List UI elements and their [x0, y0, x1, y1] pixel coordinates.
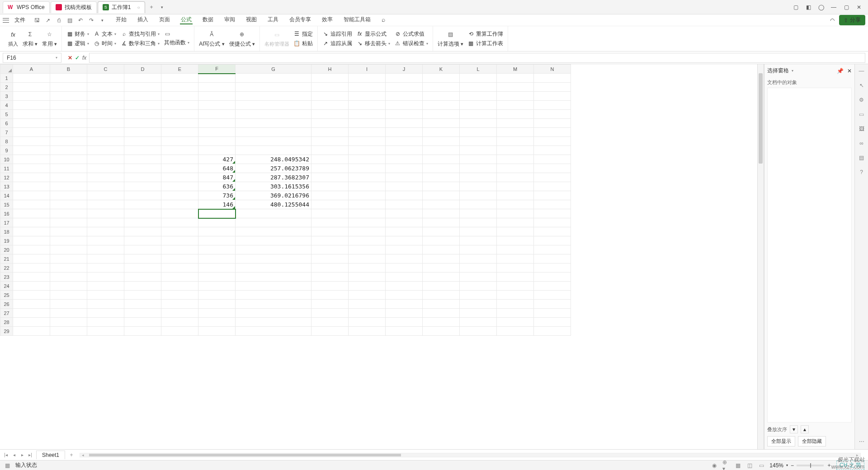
cell[interactable] — [534, 273, 571, 282]
cell[interactable] — [236, 254, 311, 263]
sheet-tab[interactable]: Sheet1 — [36, 451, 65, 459]
cell[interactable] — [124, 128, 161, 137]
cell[interactable] — [311, 155, 349, 164]
cell[interactable] — [50, 245, 87, 254]
cell[interactable] — [87, 227, 124, 236]
cell[interactable] — [311, 182, 349, 191]
cell[interactable] — [423, 218, 460, 227]
cell[interactable] — [423, 318, 460, 327]
cell[interactable] — [460, 209, 497, 218]
cell[interactable] — [386, 291, 423, 300]
cell[interactable] — [236, 291, 311, 300]
chevron-down-icon[interactable]: ▾ — [786, 463, 788, 467]
last-sheet-icon[interactable]: ▸| — [27, 452, 33, 458]
preview-icon[interactable]: ▤ — [66, 17, 73, 24]
cell[interactable] — [497, 200, 534, 209]
cell[interactable] — [349, 227, 386, 236]
row-header[interactable]: 15 — [0, 200, 13, 209]
cell[interactable] — [386, 254, 423, 263]
cell[interactable] — [311, 74, 349, 83]
cell[interactable] — [349, 236, 386, 245]
cell[interactable] — [423, 300, 460, 309]
row-header[interactable]: 3 — [0, 92, 13, 101]
cell[interactable] — [460, 227, 497, 236]
save-icon[interactable]: 🖫 — [33, 17, 41, 24]
cell[interactable] — [534, 209, 571, 218]
cell[interactable] — [50, 309, 87, 318]
cell[interactable] — [497, 245, 534, 254]
cell[interactable] — [236, 263, 311, 273]
cell[interactable] — [124, 137, 161, 146]
cell[interactable] — [460, 191, 497, 200]
cell[interactable] — [50, 137, 87, 146]
cell[interactable] — [236, 218, 311, 227]
cell[interactable] — [13, 300, 50, 309]
cell[interactable] — [198, 327, 236, 336]
cell[interactable] — [386, 309, 423, 318]
cell[interactable] — [497, 83, 534, 92]
cell[interactable] — [13, 245, 50, 254]
cell[interactable] — [311, 273, 349, 282]
cell[interactable] — [311, 209, 349, 218]
cell[interactable] — [161, 74, 198, 83]
cell[interactable] — [161, 318, 198, 327]
cell[interactable] — [50, 200, 87, 209]
cell[interactable] — [198, 83, 236, 92]
cell[interactable] — [161, 327, 198, 336]
cell[interactable] — [497, 254, 534, 263]
cell[interactable] — [124, 200, 161, 209]
cell[interactable] — [124, 300, 161, 309]
cell[interactable] — [161, 200, 198, 209]
cell[interactable] — [50, 101, 87, 110]
cell[interactable]: 847 — [198, 173, 236, 182]
cell[interactable] — [236, 300, 311, 309]
cell[interactable] — [311, 200, 349, 209]
cell[interactable] — [198, 263, 236, 273]
cell[interactable] — [497, 236, 534, 245]
print-icon[interactable]: ⎙ — [55, 17, 62, 24]
cell[interactable] — [423, 92, 460, 101]
cell[interactable] — [534, 263, 571, 273]
cell[interactable] — [236, 128, 311, 137]
select-icon[interactable]: ↖ — [858, 81, 866, 89]
cell[interactable] — [349, 300, 386, 309]
name-manager-button[interactable]: ▭名称管理器 — [264, 30, 289, 47]
cell[interactable] — [87, 119, 124, 128]
cell[interactable] — [534, 327, 571, 336]
tab-smart[interactable]: 智能工具箱 — [343, 16, 372, 24]
row-header[interactable]: 22 — [0, 263, 13, 273]
cell[interactable] — [386, 200, 423, 209]
cell[interactable] — [198, 236, 236, 245]
cell[interactable] — [13, 200, 50, 209]
cell[interactable] — [423, 146, 460, 155]
cell[interactable] — [13, 110, 50, 119]
cell[interactable] — [497, 263, 534, 273]
cell[interactable] — [311, 218, 349, 227]
cell[interactable] — [50, 327, 87, 336]
cell[interactable] — [161, 137, 198, 146]
row-header[interactable]: 17 — [0, 218, 13, 227]
cell[interactable] — [534, 101, 571, 110]
cell[interactable] — [87, 291, 124, 300]
cell[interactable] — [497, 291, 534, 300]
cell[interactable] — [460, 182, 497, 191]
tab-workbook[interactable]: S 工作簿1 ○ — [98, 1, 145, 13]
row-header[interactable]: 24 — [0, 282, 13, 291]
cell[interactable] — [349, 254, 386, 263]
cell[interactable] — [423, 74, 460, 83]
row-header[interactable]: 27 — [0, 309, 13, 318]
tab-review[interactable]: 审阅 — [223, 16, 236, 24]
cell[interactable] — [236, 92, 311, 101]
cell[interactable] — [386, 182, 423, 191]
cell[interactable] — [50, 227, 87, 236]
row-header[interactable]: 6 — [0, 119, 13, 128]
cell[interactable] — [50, 119, 87, 128]
cell[interactable] — [50, 83, 87, 92]
cell[interactable] — [423, 191, 460, 200]
formula-input[interactable] — [89, 53, 865, 63]
cell[interactable] — [534, 164, 571, 173]
cell[interactable] — [161, 254, 198, 263]
cancel-icon[interactable]: ✕ — [68, 55, 72, 61]
math-button[interactable]: ∡数学和三角▾ — [121, 40, 160, 47]
cell[interactable] — [161, 146, 198, 155]
